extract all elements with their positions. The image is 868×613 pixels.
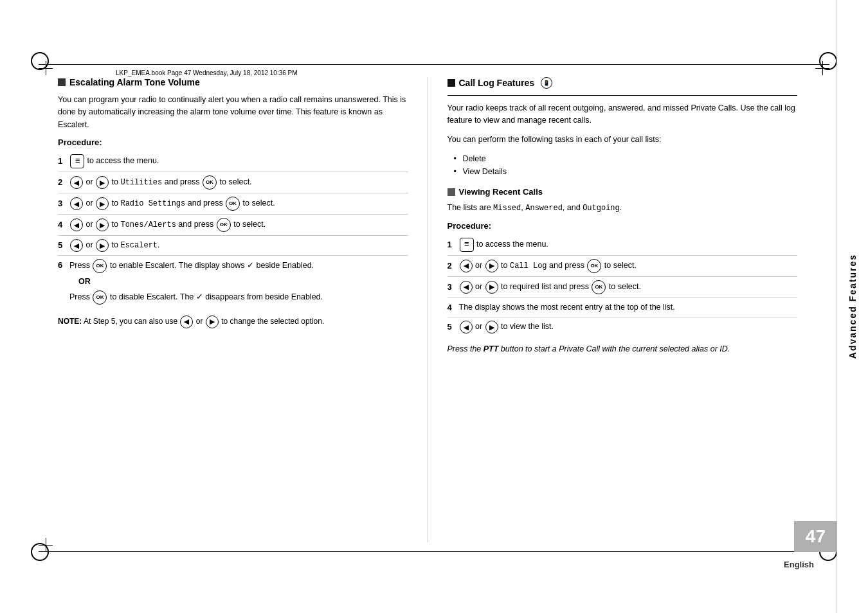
sub-heading-text: Viewing Recent Calls [459, 187, 543, 197]
ok-button-icon: OK [93, 290, 107, 305]
ok-button-icon: OK [587, 259, 601, 273]
section-icon-right [448, 79, 455, 87]
nav-right-icon: ▶ [96, 176, 109, 189]
left-procedure-label: Procedure: [58, 138, 408, 147]
ok-button-icon: OK [93, 259, 107, 273]
nav-left-icon: ◀ [460, 260, 473, 272]
left-body-text: You can program your radio to continuall… [58, 94, 408, 131]
menu-button-icon: ☰ [70, 154, 84, 168]
left-column: Escalating Alarm Tone Volume You can pro… [58, 77, 428, 542]
menu-button-icon: ☰ [460, 238, 474, 252]
nav-right-icon: ▶ [96, 218, 109, 231]
section-divider [448, 95, 798, 96]
header-text: LKP_EMEA.book Page 47 Wednesday, July 18… [116, 69, 298, 76]
nav-left-icon: ◀ [70, 218, 83, 231]
circle-top-right [819, 52, 837, 70]
page-number: 47 [794, 521, 837, 552]
sub-heading-icon [448, 188, 455, 196]
nav-left-icon: ◀ [460, 281, 473, 294]
right-body-text: Your radio keeps track of all recent out… [448, 102, 798, 127]
nav-right-icon: ▶ [206, 315, 219, 328]
or-label: OR [78, 276, 323, 288]
tasks-list: Delete View Details [448, 152, 798, 178]
ok-button-icon: OK [203, 175, 217, 190]
right-step-5: 5 ◀ or ▶ to view the list. [448, 317, 798, 337]
note: NOTE: At Step 5, you can also use ◀ or ▶… [58, 315, 408, 328]
nav-left-icon: ◀ [70, 176, 83, 189]
right-step-2: 2 ◀ or ▶ to Call Log and press OK to sel… [448, 256, 798, 277]
step-3: 3 ◀ or ▶ to Radio Settings and press OK … [58, 193, 408, 215]
step-5: 5 ◀ or ▶ to Escalert. [58, 236, 408, 256]
right-step-4: 4 The display shows the most recent entr… [448, 298, 798, 318]
right-section-heading: Call Log Features 📱 [448, 77, 798, 89]
right-procedure-label: Procedure: [448, 221, 798, 231]
sub-body: The lists are Missed, Answered, and Outg… [448, 202, 798, 215]
footer-line [39, 551, 829, 552]
task-view-details: View Details [454, 165, 798, 178]
step-1: 1 ☰ to access the menu. [58, 151, 408, 172]
nav-right-icon: ▶ [485, 281, 498, 294]
right-step-1: 1 ☰ to access the menu. [448, 235, 798, 256]
sub-heading: Viewing Recent Calls [448, 187, 798, 197]
nav-right-icon: ▶ [485, 321, 498, 333]
task-delete: Delete [454, 152, 798, 165]
content-area: Escalating Alarm Tone Volume You can pro… [58, 77, 797, 542]
header-line [39, 64, 829, 65]
nav-right-icon: ▶ [96, 197, 109, 210]
circle-top-left [31, 52, 49, 70]
ok-button-icon: OK [226, 197, 240, 211]
step-4: 4 ◀ or ▶ to Tones/Alerts and press OK to… [58, 215, 408, 236]
left-section-heading: Escalating Alarm Tone Volume [58, 77, 408, 87]
circle-bottom-left [31, 543, 49, 561]
page: LKP_EMEA.book Page 47 Wednesday, July 18… [0, 0, 868, 613]
italic-note: Press the PTT button to start a Private … [448, 343, 798, 355]
nav-left-icon: ◀ [70, 239, 83, 252]
feature-icon: 📱 [541, 77, 552, 89]
right-step-3: 3 ◀ or ▶ to required list and press OK t… [448, 277, 798, 298]
ok-button-icon: OK [592, 280, 606, 294]
ok-button-icon: OK [217, 218, 231, 232]
nav-left-icon: ◀ [460, 321, 473, 333]
nav-right-icon: ▶ [485, 260, 498, 272]
note-label: NOTE: [58, 317, 82, 326]
language-label: English [768, 560, 829, 569]
step-6: 6 Press OK to enable Escalert. The displ… [58, 256, 408, 308]
section-icon [58, 78, 66, 86]
nav-right-icon: ▶ [96, 239, 109, 252]
nav-left-icon: ◀ [180, 315, 193, 328]
left-heading-text: Escalating Alarm Tone Volume [69, 77, 200, 87]
right-column: Call Log Features 📱 Your radio keeps tra… [428, 77, 798, 542]
sidebar: Advanced Features [837, 0, 868, 613]
tasks-intro: You can perform the following tasks in e… [448, 134, 798, 146]
right-heading-text: Call Log Features [459, 78, 534, 88]
sidebar-label: Advanced Features [847, 254, 858, 359]
nav-left-icon: ◀ [70, 197, 83, 210]
step-2: 2 ◀ or ▶ to Utilities and press OK to se… [58, 172, 408, 193]
